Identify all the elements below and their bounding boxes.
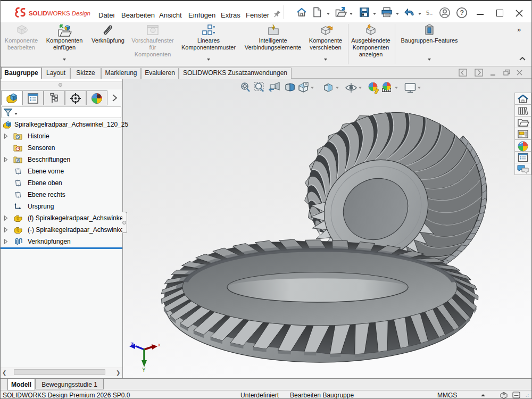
svg-text:x: x: [158, 342, 161, 347]
svg-text:A: A: [16, 158, 20, 163]
svg-text:Z: Z: [130, 342, 134, 348]
svg-text:5..: 5..: [426, 10, 433, 16]
svg-text:Y: Y: [142, 367, 146, 373]
svg-text:?: ?: [460, 9, 464, 16]
